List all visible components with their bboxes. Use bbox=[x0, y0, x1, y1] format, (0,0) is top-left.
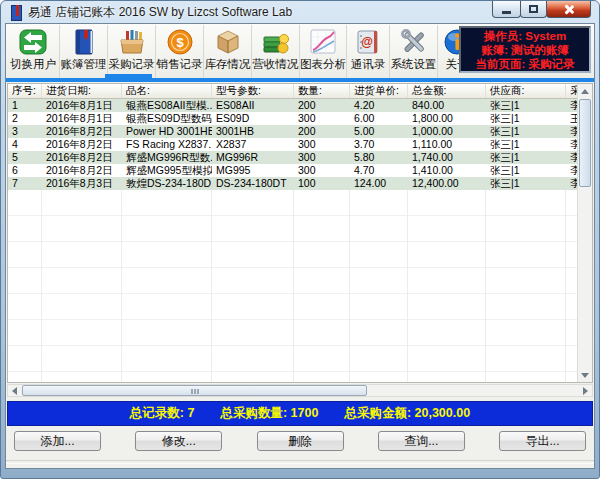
table-cell[interactable]: 张三|1 bbox=[486, 177, 566, 190]
column-header[interactable]: 数量: bbox=[294, 84, 350, 98]
table-cell[interactable]: 2016年8月2日 bbox=[42, 138, 122, 151]
table-cell[interactable]: 6.00 bbox=[350, 112, 408, 125]
column-header[interactable]: 品名: bbox=[122, 84, 212, 98]
summary-total-records: 总记录数: 7 bbox=[130, 405, 195, 422]
column-header[interactable]: 进货单价: bbox=[350, 84, 408, 98]
table-cell[interactable]: 2016年8月1日 bbox=[42, 112, 122, 125]
table-cell[interactable]: 3 bbox=[8, 125, 42, 138]
active-tab-marker bbox=[105, 74, 152, 78]
table-cell[interactable]: 敦煌DS-234-180D... bbox=[122, 177, 212, 190]
table-cell[interactable]: 1,110.00 bbox=[408, 138, 486, 151]
table-cell[interactable]: 300 bbox=[294, 151, 350, 164]
column-header[interactable]: 总金额: bbox=[408, 84, 486, 98]
table-cell[interactable]: 3001HB bbox=[212, 125, 294, 138]
horizontal-scrollbar-thumb[interactable] bbox=[22, 385, 367, 396]
table-cell[interactable]: 2016年8月2日 bbox=[42, 151, 122, 164]
table-cell[interactable]: 2016年8月1日 bbox=[42, 99, 122, 112]
table-cell[interactable]: 3.70 bbox=[350, 138, 408, 151]
table-cell[interactable]: 辉盛MG996R型数... bbox=[122, 151, 212, 164]
table-cell[interactable]: 5.00 bbox=[350, 125, 408, 138]
table-cell[interactable]: MG996R bbox=[212, 151, 294, 164]
table-cell[interactable]: X2837 bbox=[212, 138, 294, 151]
close-button[interactable] bbox=[546, 1, 591, 18]
empty-grid-area bbox=[8, 190, 577, 383]
horizontal-scrollbar[interactable] bbox=[7, 384, 593, 397]
table-cell[interactable]: 840.00 bbox=[408, 99, 486, 112]
export-button[interactable]: 导出... bbox=[499, 431, 586, 451]
toolbar-button-inventory[interactable]: 库存情况 bbox=[204, 25, 252, 78]
toolbar-button-contacts[interactable]: @ 通讯录 bbox=[347, 25, 390, 78]
table-cell[interactable]: 124.00 bbox=[350, 177, 408, 190]
table-row[interactable]: 52016年8月2日辉盛MG996R型数...MG996R3005.801,74… bbox=[8, 151, 577, 164]
toolbar-button-switch-user[interactable]: 切换用户 bbox=[7, 25, 60, 78]
column-header[interactable]: 序号: bbox=[8, 84, 42, 98]
table-cell[interactable]: 4 bbox=[8, 138, 42, 151]
table-cell[interactable]: DS-234-180DT bbox=[212, 177, 294, 190]
table-cell[interactable]: 1 bbox=[8, 99, 42, 112]
table-cell[interactable]: 4.70 bbox=[350, 164, 408, 177]
table-cell[interactable]: 4.20 bbox=[350, 99, 408, 112]
table-cell[interactable]: 1,000.00 bbox=[408, 125, 486, 138]
toolbar-button-settings[interactable]: 系统设置 bbox=[390, 25, 438, 78]
table-cell[interactable]: ES09D bbox=[212, 112, 294, 125]
scroll-left-button[interactable] bbox=[8, 385, 21, 396]
delete-button[interactable]: 删除 bbox=[257, 431, 344, 451]
table-cell[interactable]: 张三|1 bbox=[486, 99, 566, 112]
toolbar-button-sales-records[interactable]: $ 销售记录 bbox=[156, 25, 204, 78]
maximize-button[interactable] bbox=[520, 1, 547, 18]
table-cell[interactable]: 5 bbox=[8, 151, 42, 164]
vertical-scrollbar-thumb[interactable] bbox=[579, 99, 591, 187]
table-cell[interactable]: 1,800.00 bbox=[408, 112, 486, 125]
edit-button[interactable]: 修改... bbox=[135, 431, 222, 451]
table-cell[interactable]: 1,740.00 bbox=[408, 151, 486, 164]
table-cell[interactable]: Power HD 3001HB... bbox=[122, 125, 212, 138]
table-cell[interactable]: 1,410.00 bbox=[408, 164, 486, 177]
scroll-down-button[interactable] bbox=[579, 368, 591, 382]
table-cell[interactable]: ES08AII bbox=[212, 99, 294, 112]
table-cell[interactable]: 6 bbox=[8, 164, 42, 177]
status-current-page: 当前页面: 采购记录 bbox=[461, 57, 589, 71]
table-cell[interactable]: 200 bbox=[294, 99, 350, 112]
table-row[interactable]: 42016年8月2日FS Racing X2837...X28373003.70… bbox=[8, 138, 577, 151]
table-cell[interactable]: 7 bbox=[8, 177, 42, 190]
toolbar-button-chart-analysis[interactable]: 图表分析 bbox=[300, 25, 347, 78]
table-cell[interactable]: 200 bbox=[294, 125, 350, 138]
table-row[interactable]: 32016年8月2日Power HD 3001HB...3001HB2005.0… bbox=[8, 125, 577, 138]
toolbar-button-revenue[interactable]: 营收情况 bbox=[252, 25, 300, 78]
table-row[interactable]: 72016年8月3日敦煌DS-234-180D...DS-234-180DT10… bbox=[8, 177, 577, 190]
table-cell[interactable]: MG995 bbox=[212, 164, 294, 177]
table-cell[interactable]: 银燕ES08AII型模... bbox=[122, 99, 212, 112]
table-cell[interactable]: 300 bbox=[294, 164, 350, 177]
toolbar-button-ledger-manage[interactable]: 账簿管理 bbox=[60, 25, 108, 78]
table-cell[interactable]: 张三|1 bbox=[486, 164, 566, 177]
table-row[interactable]: 22016年8月1日银燕ES09D型数码...ES09D3006.001,800… bbox=[8, 112, 577, 125]
query-button[interactable]: 查询... bbox=[378, 431, 465, 451]
table-cell[interactable]: 2016年8月2日 bbox=[42, 164, 122, 177]
column-header[interactable]: 进货日期: bbox=[42, 84, 122, 98]
table-cell[interactable]: 辉盛MG995型模拟... bbox=[122, 164, 212, 177]
table-cell[interactable]: 张三|1 bbox=[486, 151, 566, 164]
table-row[interactable]: 12016年8月1日银燕ES08AII型模...ES08AII2004.2084… bbox=[8, 99, 577, 112]
table-cell[interactable]: 300 bbox=[294, 138, 350, 151]
table-cell[interactable]: 2016年8月2日 bbox=[42, 125, 122, 138]
toolbar-button-purchase-records[interactable]: 采购记录 bbox=[108, 25, 156, 78]
table-cell[interactable]: 2016年8月3日 bbox=[42, 177, 122, 190]
scroll-right-button[interactable] bbox=[579, 385, 592, 396]
vertical-scrollbar[interactable] bbox=[577, 84, 592, 382]
add-button[interactable]: 添加... bbox=[14, 431, 101, 451]
table-cell[interactable]: 300 bbox=[294, 112, 350, 125]
scroll-up-button[interactable] bbox=[579, 84, 591, 98]
table-cell[interactable]: 张三|1 bbox=[486, 125, 566, 138]
table-cell[interactable]: 银燕ES09D型数码... bbox=[122, 112, 212, 125]
column-header[interactable]: 型号参数: bbox=[212, 84, 294, 98]
column-header[interactable]: 供应商: bbox=[486, 84, 566, 98]
table-cell[interactable]: 张三|1 bbox=[486, 112, 566, 125]
table-cell[interactable]: 2 bbox=[8, 112, 42, 125]
table-cell[interactable]: FS Racing X2837... bbox=[122, 138, 212, 151]
table-cell[interactable]: 张三|1 bbox=[486, 138, 566, 151]
table-cell[interactable]: 100 bbox=[294, 177, 350, 190]
table-cell[interactable]: 5.80 bbox=[350, 151, 408, 164]
table-row[interactable]: 62016年8月2日辉盛MG995型模拟...MG9953004.701,410… bbox=[8, 164, 577, 177]
table-cell[interactable]: 12,400.00 bbox=[408, 177, 486, 190]
minimize-button[interactable] bbox=[492, 1, 521, 18]
